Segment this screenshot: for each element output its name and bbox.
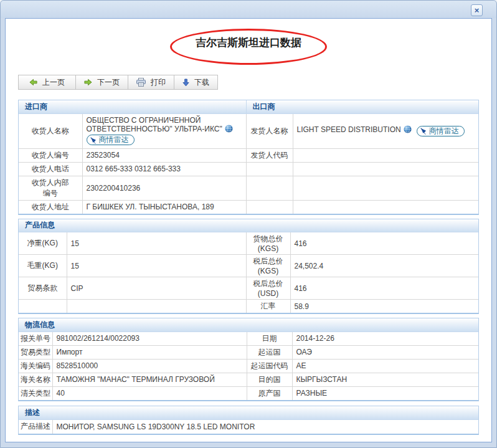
table-header-row: 物流信息 xyxy=(19,318,478,331)
label-cell: 原产国 xyxy=(247,386,292,400)
label-cell: 产品描述 xyxy=(19,419,52,434)
label-cell: 收货人地址 xyxy=(19,200,82,214)
blue-arrow-down-icon xyxy=(182,79,189,87)
radar-badge[interactable]: 商情雷达 xyxy=(417,126,465,136)
value-cell: CIP xyxy=(67,277,246,300)
value-cell xyxy=(67,300,246,313)
table-header-row: 进口商 出口商 xyxy=(19,100,478,113)
value-cell: 40 xyxy=(52,386,247,400)
download-label: 下载 xyxy=(194,77,209,88)
label-cell: 目的国 xyxy=(247,373,292,386)
label-cell: 贸易类型 xyxy=(19,345,52,359)
label-cell: 起运国 xyxy=(247,345,292,359)
label-cell xyxy=(246,200,293,214)
value-cell: КЫРГЫЗСТАН xyxy=(292,373,478,386)
label-cell: 海关编码 xyxy=(19,359,52,373)
section-trade-parties: 进口商 出口商 收货人名称 ОБЩЕСТВО С ОГРАНИЧЕННОЙ ОТ… xyxy=(18,100,479,215)
label-cell xyxy=(246,176,293,200)
table-row: 净重(KG) 15 货物总价 (KGS) 416 xyxy=(19,232,478,255)
table-row: 贸易类型 Импорт 起运国 ОАЭ xyxy=(19,345,478,359)
radar-badge[interactable]: 商情雷达 xyxy=(87,135,135,145)
satellite-dish-icon xyxy=(420,127,427,135)
value-cell: AE xyxy=(292,359,478,373)
product-section-header: 产品信息 xyxy=(19,219,478,232)
table-row: 报关单号 981002/261214/0022093 日期 2014-12-26 xyxy=(19,331,478,345)
table-row: 海关名称 ТАМОЖНЯ "МАНАС" ТЕРМИНАЛ ГРУЗОВОЙ 目… xyxy=(19,373,478,386)
label-cell: 日期 xyxy=(247,331,292,345)
table-row: 收货人内部编号 2302200410236 xyxy=(19,176,478,200)
window-titlebar xyxy=(1,1,496,18)
label-cell: 清关类型 xyxy=(19,386,52,400)
download-button[interactable]: 下载 xyxy=(174,75,218,90)
table-row: 清关类型 40 原产国 РАЗНЫЕ xyxy=(19,386,478,400)
section-description: 描述 产品描述 МОНИТОР, SAMSUNG LS 19D300NY 18.… xyxy=(18,406,479,435)
satellite-dish-icon xyxy=(90,136,97,144)
value-cell: Г БИШКЕК УЛ. ТЫНЫСТАНОВА, 189 xyxy=(82,200,246,214)
next-page-label: 下一页 xyxy=(97,77,120,88)
value-cell xyxy=(293,200,478,214)
window-content: 吉尔吉斯斯坦进口数据 上一页 下一页 打印 xyxy=(5,18,492,442)
next-page-button[interactable]: 下一页 xyxy=(75,75,128,90)
value-cell: 981002/261214/0022093 xyxy=(52,331,247,345)
value-cell: ТАМОЖНЯ "МАНАС" ТЕРМИНАЛ ГРУЗОВОЙ xyxy=(52,373,247,386)
table-row: 收货人编号 23523054 发货人代码 xyxy=(19,148,478,162)
table-header-row: 描述 xyxy=(19,406,478,419)
table-row: 收货人电话 0312 665-333 0312 665-333 xyxy=(19,162,478,176)
import-data-window: × 吉尔吉斯斯坦进口数据 上一页 下一页 xyxy=(0,0,497,448)
prev-page-label: 上一页 xyxy=(42,77,65,88)
value-cell: 416 xyxy=(290,232,478,255)
value-cell: 23523054 xyxy=(82,148,246,162)
description-section-header: 描述 xyxy=(19,406,478,419)
consignee-name-text: ОБЩЕСТВО С ОГРАНИЧЕННОЙ ОТВЕТСТВЕННОСТЬЮ… xyxy=(87,116,222,133)
table-row: 汇率 58.9 xyxy=(19,300,478,313)
label-cell: 发货人代码 xyxy=(246,148,293,162)
value-cell xyxy=(293,148,478,162)
print-button[interactable]: 打印 xyxy=(128,75,174,90)
radar-badge-label: 商情雷达 xyxy=(99,135,129,145)
prev-page-button[interactable]: 上一页 xyxy=(18,75,76,90)
importer-section-header: 进口商 xyxy=(19,100,246,113)
table-row: 收货人名称 ОБЩЕСТВО С ОГРАНИЧЕННОЙ ОТВЕТСТВЕН… xyxy=(19,113,478,148)
printer-icon xyxy=(136,78,146,87)
radar-badge-label: 商情雷达 xyxy=(429,126,459,136)
radar-badge-line: 商情雷达 xyxy=(87,135,242,146)
print-label: 打印 xyxy=(151,77,166,88)
title-area: 吉尔吉斯斯坦进口数据 xyxy=(6,34,491,52)
value-cell: LIGHT SPEED DISTRIBUTION商情雷达 xyxy=(293,113,478,148)
value-cell: 24,502.4 xyxy=(290,255,478,277)
label-cell: 汇率 xyxy=(246,300,290,313)
value-cell xyxy=(293,162,478,176)
label-cell: 起运国代码 xyxy=(247,359,292,373)
table-row: 收货人地址 Г БИШКЕК УЛ. ТЫНЫСТАНОВА, 189 xyxy=(19,200,478,214)
label-text: 收货人内部编号 xyxy=(30,178,71,199)
section-logistics-info: 物流信息 报关单号 981002/261214/0022093 日期 2014-… xyxy=(18,318,479,401)
value-cell: МОНИТОР, SAMSUNG LS 19D300NY 18.5 LED MO… xyxy=(52,419,478,434)
table-row: 毛重(KG) 15 税后总价 (KGS) 24,502.4 xyxy=(19,255,478,277)
shipper-name-text: LIGHT SPEED DISTRIBUTION xyxy=(297,125,401,134)
value-cell: ОАЭ xyxy=(292,345,478,359)
label-cell: 毛重(KG) xyxy=(19,255,67,277)
close-button[interactable]: × xyxy=(471,4,483,16)
label-cell: 净重(KG) xyxy=(19,232,67,255)
label-cell: 收货人内部编号 xyxy=(19,176,82,200)
label-cell: 税后总价 (USD) xyxy=(246,277,290,300)
label-cell: 货物总价 (KGS) xyxy=(246,232,290,255)
label-cell xyxy=(19,300,67,313)
close-icon: × xyxy=(475,6,480,15)
label-cell: 报关单号 xyxy=(19,331,52,345)
value-cell: 0312 665-333 0312 665-333 xyxy=(82,162,246,176)
label-cell: 税后总价 (KGS) xyxy=(246,255,290,277)
globe-icon[interactable] xyxy=(225,125,233,133)
label-cell: 收货人电话 xyxy=(19,162,82,176)
value-cell: 8528510000 xyxy=(52,359,247,373)
page-title: 吉尔吉斯斯坦进口数据 xyxy=(6,34,491,52)
value-cell: 15 xyxy=(67,255,246,277)
section-product-info: 产品信息 净重(KG) 15 货物总价 (KGS) 416 毛重(KG) 15 … xyxy=(18,219,479,315)
globe-icon[interactable] xyxy=(404,125,412,133)
exporter-section-header: 出口商 xyxy=(246,100,478,113)
value-cell: РАЗНЫЕ xyxy=(292,386,478,400)
value-cell: 15 xyxy=(67,232,246,255)
label-cell: 收货人名称 xyxy=(19,113,82,148)
logistics-section-header: 物流信息 xyxy=(19,318,478,331)
table-row: 贸易条款 CIP 税后总价 (USD) 416 xyxy=(19,277,478,300)
